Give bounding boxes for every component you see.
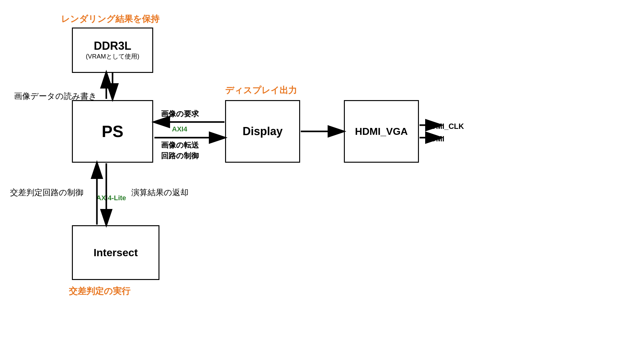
intersect-block: Intersect <box>72 225 159 280</box>
intersect-label: Intersect <box>93 247 138 259</box>
rendering-hold-label: レンダリング結果を保持 <box>61 13 159 25</box>
ps-block: PS <box>72 100 153 163</box>
ps-label: PS <box>102 122 123 141</box>
ddr3l-sub-label: (VRAMとして使用) <box>86 52 139 61</box>
calc-return-label: 演算結果の返却 <box>131 187 189 198</box>
hdmi-vga-block: HDMI_VGA <box>344 100 419 163</box>
hdmi-label: HDMI <box>425 135 444 143</box>
intersection-exec-label: 交差判定の実行 <box>69 285 130 297</box>
ddr3l-block: DDR3L (VRAMとして使用) <box>72 28 153 73</box>
image-transfer-label: 画像の転送 <box>161 140 199 150</box>
image-rw-label: 画像データの読み書き <box>14 91 97 102</box>
display-block: Display <box>225 100 300 163</box>
diagram-container: DDR3L (VRAMとして使用) PS Intersect Display H… <box>0 0 644 356</box>
axi4-label: AXI4 <box>172 125 187 133</box>
display-label: Display <box>243 125 283 138</box>
ddr3l-main-label: DDR3L <box>94 40 131 52</box>
axi4-lite-label: AXI4-Lite <box>96 194 126 202</box>
display-output-label: ディスプレイ出力 <box>225 84 297 96</box>
circuit-control-label: 回路の制御 <box>161 151 199 161</box>
hdmi-vga-label: HDMI_VGA <box>355 126 408 137</box>
image-request-label: 画像の要求 <box>161 109 199 119</box>
hdmi-clk-label: HDMI_CLK <box>425 122 464 131</box>
intersection-control-label: 交差判定回路の制御 <box>10 187 83 198</box>
